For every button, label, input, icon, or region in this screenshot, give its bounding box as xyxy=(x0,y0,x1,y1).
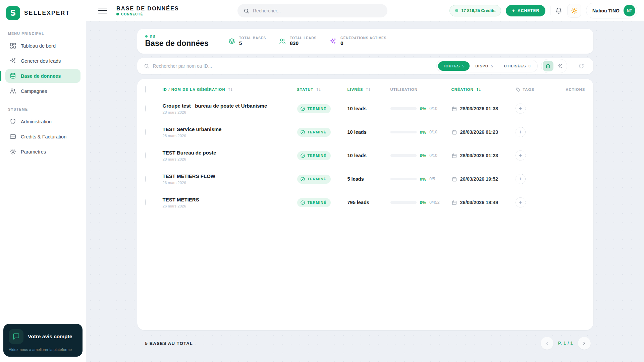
sparkles-icon xyxy=(9,57,16,64)
filter-tab-toutes[interactable]: TOUTES 5 xyxy=(438,61,470,71)
sidebar-item-parametres[interactable]: Parametres xyxy=(5,145,80,159)
page-title: Base de données xyxy=(145,39,209,48)
column-header-statut[interactable]: STATUT ↑↓ xyxy=(297,87,347,92)
row-checkbox[interactable] xyxy=(145,152,146,159)
usage-progress-bar xyxy=(390,107,417,110)
app-root: S SELLEXPERT MENU PRINCIPAL Tableau de b… xyxy=(0,0,644,362)
pagination: P. 1 / 1 xyxy=(541,337,593,350)
filter-bar: TOUTES 5 DISPO 5 UTILISÉES 0 xyxy=(137,58,593,74)
table-row[interactable]: TEST METIERS 26 mars 2026 TERMINÉ 795 le… xyxy=(137,191,593,214)
column-header-tags: TAGS xyxy=(516,87,565,92)
add-tag-button[interactable]: + xyxy=(516,150,526,161)
column-label: TAGS xyxy=(523,87,535,92)
sidebar-item-label: Administration xyxy=(21,119,52,124)
table-row[interactable]: Groupe test _bureau de poste et Urbanism… xyxy=(137,97,593,120)
gear-icon xyxy=(9,148,16,155)
add-tag-button[interactable]: + xyxy=(516,174,526,184)
filter-tab-label: TOUTES xyxy=(443,64,460,68)
sidebar-item-label: Base de donnees xyxy=(21,73,61,79)
add-tag-button[interactable]: + xyxy=(516,104,526,114)
row-checkbox[interactable] xyxy=(145,199,146,205)
feedback-card[interactable]: Votre avis compte Aidez-nous a ameliorer… xyxy=(3,324,83,357)
sidebar: S SELLEXPERT MENU PRINCIPAL Tableau de b… xyxy=(0,0,86,362)
filter-tab-dispo[interactable]: DISPO 5 xyxy=(470,61,498,71)
sidebar-item-label: Parametres xyxy=(21,149,46,155)
status-badge: TERMINÉ xyxy=(297,104,331,113)
filter-tabs: TOUTES 5 DISPO 5 UTILISÉES 0 xyxy=(436,60,538,72)
view-list-button[interactable] xyxy=(543,61,553,71)
sidebar-item-administration[interactable]: Administration xyxy=(5,115,80,128)
stat-value: 830 xyxy=(290,40,317,46)
avatar: NT xyxy=(624,5,635,16)
table-row[interactable]: TEST Service urbanisme 28 mars 2026 TERM… xyxy=(137,120,593,144)
user-name: Nafiou TINO xyxy=(592,8,620,13)
buy-credits-button[interactable]: + ACHETER xyxy=(506,5,545,16)
stat-total-leads: TOTAL LEADS 830 xyxy=(279,36,317,46)
status-label: TERMINÉ xyxy=(308,107,327,111)
column-header-livres[interactable]: LIVRÉS ↑↓ xyxy=(347,87,390,92)
status-badge: TERMINÉ xyxy=(297,151,331,160)
row-checkbox[interactable] xyxy=(145,176,146,182)
divider xyxy=(550,6,550,15)
leads-count: 5 leads xyxy=(347,176,390,182)
row-checkbox[interactable] xyxy=(145,129,146,135)
sort-icon: ↑↓ xyxy=(476,87,481,92)
notifications-button[interactable] xyxy=(555,7,562,14)
brand: S SELLEXPERT xyxy=(5,5,80,27)
filter-tab-utilisees[interactable]: UTILISÉES 0 xyxy=(499,61,536,71)
bell-icon xyxy=(555,7,562,14)
hamburger-menu-icon[interactable] xyxy=(98,6,107,15)
sidebar-item-generer-des-leads[interactable]: Generer des leads xyxy=(5,54,80,68)
table-row[interactable]: TEST Bureau de poste 28 mars 2026 TERMIN… xyxy=(137,144,593,167)
sidebar-item-label: Credits & Facturation xyxy=(21,134,66,139)
calendar-icon xyxy=(451,176,457,182)
sparkles-icon xyxy=(557,63,563,69)
usage-ratio: 0/5 xyxy=(429,177,435,181)
content: DB Base de données TOTAL BASES 5 xyxy=(137,29,593,330)
badge-dot-icon xyxy=(145,35,148,38)
sidebar-item-credits-facturation[interactable]: Credits & Facturation xyxy=(5,130,80,143)
generation-date: 26 mars 2026 xyxy=(163,204,297,208)
column-header-name[interactable]: ID / NOM DE LA GÉNÉRATION ↑↓ xyxy=(163,87,297,92)
column-header-creation[interactable]: CRÉATION ↑↓ xyxy=(451,87,516,92)
theme-toggle-button[interactable] xyxy=(567,4,581,18)
add-tag-button[interactable]: + xyxy=(516,127,526,137)
search-icon xyxy=(244,8,249,14)
sidebar-item-tableau-de-bord[interactable]: Tableau de bord xyxy=(5,39,80,53)
dashboard-icon xyxy=(9,42,16,49)
generation-date: 28 mars 2026 xyxy=(163,157,297,161)
user-menu[interactable]: Nafiou TINO NT xyxy=(586,3,637,18)
check-circle-icon xyxy=(300,130,305,135)
refresh-button[interactable] xyxy=(575,60,587,72)
credits-badge[interactable]: 17 816,25 Crédits xyxy=(449,5,501,16)
view-generations-button[interactable] xyxy=(555,61,566,71)
usage-percent: 0% xyxy=(420,153,426,158)
creation-cell: 26/03/2026 19:52 xyxy=(451,176,516,182)
stat-label: TOTAL BASES xyxy=(239,36,266,40)
add-tag-button[interactable]: + xyxy=(516,197,526,207)
leads-count: 10 leads xyxy=(347,106,390,111)
generation-name: TEST METIERS xyxy=(163,197,297,203)
sort-icon: ↑↓ xyxy=(316,87,320,92)
table-row[interactable]: TEST METIERS FLOW 26 mars 2026 TERMINÉ 5… xyxy=(137,167,593,191)
check-circle-icon xyxy=(300,106,305,111)
generation-date: 26 mars 2026 xyxy=(163,181,297,185)
sun-icon xyxy=(571,7,578,14)
stat-total-bases: TOTAL BASES 5 xyxy=(228,36,266,46)
chevron-right-icon xyxy=(582,341,587,346)
usage-ratio: 0/452 xyxy=(429,200,439,205)
next-page-button[interactable] xyxy=(578,337,591,350)
row-checkbox[interactable] xyxy=(145,105,146,112)
usage-percent: 0% xyxy=(420,200,426,205)
sparkles-icon xyxy=(329,38,337,45)
filter-tab-count: 5 xyxy=(462,64,465,68)
select-all-checkbox[interactable] xyxy=(145,86,146,93)
topbar: BASE DE DONNÉES CONNECTÉ 17 816,25 Crédi… xyxy=(86,0,644,21)
feedback-subtitle: Aidez-nous a ameliorer la plateforme xyxy=(9,348,77,352)
previous-page-button[interactable] xyxy=(541,337,553,350)
table-search-input[interactable] xyxy=(153,63,433,69)
sidebar-item-base-de-donnees[interactable]: Base de donnees xyxy=(5,69,80,83)
global-search-input[interactable] xyxy=(253,8,381,13)
global-search xyxy=(237,4,387,17)
sidebar-item-campagnes[interactable]: Campagnes xyxy=(5,84,80,98)
